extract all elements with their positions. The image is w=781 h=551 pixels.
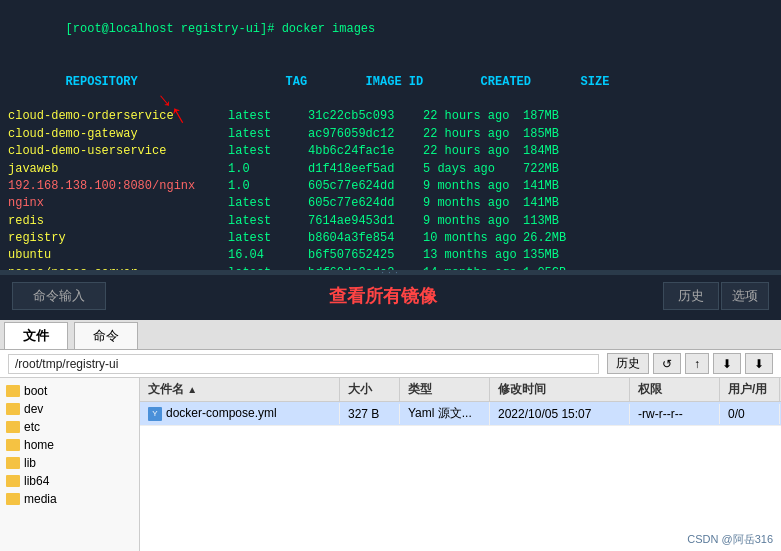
terminal-data-row: ubuntu16.04b6f50765242513 months ago135M… (8, 247, 773, 264)
folder-icon (6, 385, 20, 397)
terminal-data-row: nginxlatest605c77e624dd9 months ago141MB (8, 195, 773, 212)
fm-refresh-btn[interactable]: ↺ (653, 353, 681, 374)
file-modified: 2022/10/05 15:07 (490, 404, 630, 424)
fm-download2-btn[interactable]: ⬇ (745, 353, 773, 374)
file-manager-section: 文件 命令 /root/tmp/registry-ui 历史 ↺ ↑ ⬇ ⬇ b… (0, 320, 781, 551)
tree-item-lib64[interactable]: lib64 (0, 472, 139, 490)
tree-item-etc[interactable]: etc (0, 418, 139, 436)
terminal-data-row: javaweb1.0d1f418eef5ad5 days ago722MB (8, 161, 773, 178)
tree-item-label: lib (24, 456, 36, 470)
folder-icon (6, 421, 20, 433)
file-type: Yaml 源文... (400, 402, 490, 425)
folder-icon (6, 403, 20, 415)
fm-body: bootdevetchomeliblib64media 文件名 ▲ 大小 类型 … (0, 378, 781, 551)
tree-item-label: lib64 (24, 474, 49, 488)
tree-item-home[interactable]: home (0, 436, 139, 454)
fm-up-btn[interactable]: ↑ (685, 353, 709, 374)
fm-tree-items: bootdevetchomeliblib64media (0, 382, 139, 508)
terminal-data-row: cloud-demo-gatewaylatestac976059dc1222 h… (8, 126, 773, 143)
fm-path-bar: /root/tmp/registry-ui 历史 ↺ ↑ ⬇ ⬇ (0, 350, 781, 378)
tab-cmd[interactable]: 命令 (74, 322, 138, 349)
col-tag-header: TAG (286, 74, 366, 91)
file-row[interactable]: Ydocker-compose.yml327 BYaml 源文...2022/1… (140, 402, 781, 426)
fm-tabs: 文件 命令 (0, 320, 781, 350)
file-icon: Y (148, 407, 162, 421)
folder-icon (6, 439, 20, 451)
col-perms-header[interactable]: 权限 (630, 378, 720, 401)
tree-item-label: media (24, 492, 57, 506)
col-name-header[interactable]: 文件名 ▲ (140, 378, 340, 401)
terminal-prompt-line: [root@localhost registry-ui]# docker ima… (8, 4, 773, 56)
col-id-header: IMAGE ID (366, 74, 481, 91)
terminal-output: [root@localhost registry-ui]# docker ima… (0, 0, 781, 270)
folder-icon (6, 457, 20, 469)
tree-item-label: etc (24, 420, 40, 434)
fm-file-rows: Ydocker-compose.yml327 BYaml 源文...2022/1… (140, 402, 781, 426)
sort-arrow-icon: ▲ (187, 384, 197, 395)
folder-icon (6, 493, 20, 505)
terminal-bottom-bar: 命令输入 查看所有镜像 历史 选项 (0, 274, 781, 316)
tree-item-boot[interactable]: boot (0, 382, 139, 400)
terminal-data-row: redislatest7614ae9453d19 months ago113MB (8, 213, 773, 230)
cmd-action-label: 查看所有镜像 (106, 284, 659, 308)
col-modified-header[interactable]: 修改时间 (490, 378, 630, 401)
fm-files-panel: 文件名 ▲ 大小 类型 修改时间 权限 用户/用 Ydocker-compose… (140, 378, 781, 551)
history-button[interactable]: 历史 (663, 282, 719, 310)
fm-history-btn[interactable]: 历史 (607, 353, 649, 374)
col-size-header[interactable]: 大小 (340, 378, 400, 401)
file-name: Ydocker-compose.yml (140, 403, 340, 424)
tree-item-label: boot (24, 384, 47, 398)
fm-path-input[interactable]: /root/tmp/registry-ui (8, 354, 599, 374)
file-perms: -rw-r--r-- (630, 404, 720, 424)
file-user: 0/0 (720, 404, 780, 424)
terminal-data-row: 192.168.138.100:8080/nginx1.0605c77e624d… (8, 178, 773, 195)
watermark: CSDN @阿岳316 (687, 532, 773, 547)
col-user-header[interactable]: 用户/用 (720, 378, 780, 401)
col-size-header: SIZE (581, 75, 610, 89)
fm-download-btn[interactable]: ⬇ (713, 353, 741, 374)
tree-item-label: home (24, 438, 54, 452)
divider-dots: ··· (380, 268, 400, 277)
col-repo-header: REPOSITORY (66, 74, 286, 91)
prompt: [root@localhost registry-ui]# docker ima… (66, 22, 376, 36)
file-size: 327 B (340, 404, 400, 424)
tree-item-label: dev (24, 402, 43, 416)
folder-icon (6, 475, 20, 487)
tree-item-lib[interactable]: lib (0, 454, 139, 472)
tree-item-dev[interactable]: dev (0, 400, 139, 418)
col-created-header: CREATED (481, 74, 581, 91)
terminal-header-row: REPOSITORYTAGIMAGE IDCREATEDSIZE (8, 56, 773, 108)
fm-path-actions: 历史 ↺ ↑ ⬇ ⬇ (607, 353, 773, 374)
terminal-data-rows: cloud-demo-orderservicelatest31c22cb5c09… (8, 108, 773, 270)
cmd-input-label[interactable]: 命令输入 (12, 282, 106, 310)
col-type-header[interactable]: 类型 (400, 378, 490, 401)
fm-tree: bootdevetchomeliblib64media (0, 378, 140, 551)
terminal-data-row: registrylatestb8604a3fe85410 months ago2… (8, 230, 773, 247)
terminal-data-row: cloud-demo-orderservicelatest31c22cb5c09… (8, 108, 773, 125)
select-button[interactable]: 选项 (721, 282, 769, 310)
terminal-section: [root@localhost registry-ui]# docker ima… (0, 0, 781, 320)
terminal-data-row: cloud-demo-userservicelatest4bb6c24fac1e… (8, 143, 773, 160)
fm-files-header: 文件名 ▲ 大小 类型 修改时间 权限 用户/用 (140, 378, 781, 402)
tree-item-media[interactable]: media (0, 490, 139, 508)
tab-file[interactable]: 文件 (4, 322, 68, 349)
